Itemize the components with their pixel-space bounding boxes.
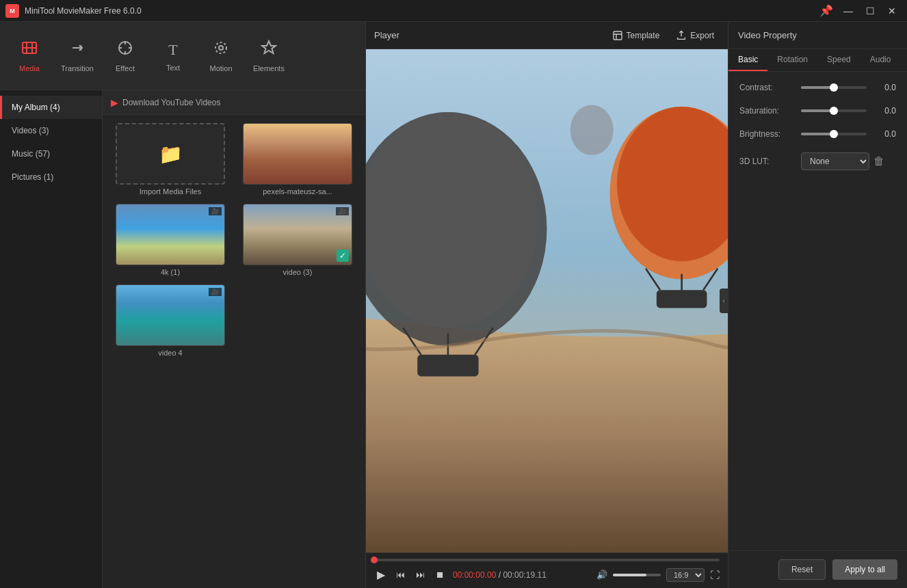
toolbar-effect[interactable]: Effect [101,29,149,83]
volume-area: 🔊 [594,568,661,581]
saturation-slider-fill [801,109,834,112]
svg-rect-11 [417,355,478,377]
stop-button[interactable]: ⏹ [433,568,447,581]
download-youtube-link[interactable]: Download YouTube Videos [122,98,220,107]
property-content: Contrast: 0.0 Saturation: 0 [728,72,907,550]
svg-rect-4 [614,31,622,40]
elements-label: Elements [253,64,285,72]
brightness-slider-area: 0.0 [801,129,896,139]
lut-row: 3D LUT: None 🗑 [739,152,896,170]
brightness-row: Brightness: 0.0 [739,129,896,139]
video-badge-v4: 🎥 [209,288,222,296]
toolbar-elements[interactable]: Elements [245,29,293,83]
elements-icon [261,40,277,60]
volume-button[interactable]: 🔊 [594,568,610,581]
sidebar-item-my-album[interactable]: My Album (4) [0,96,102,119]
next-frame-button[interactable]: ⏭ [413,568,428,581]
pexels-label: pexels-mateusz-sa... [263,187,332,196]
pin-icon[interactable]: 📌 [819,4,833,17]
video3-label: video (3) [283,268,313,276]
lut-select-area: None 🗑 [801,152,884,170]
sidebar-item-videos[interactable]: Videos (3) [0,119,102,142]
toolbar-motion[interactable]: Motion [197,29,245,83]
export-button[interactable]: Export [670,27,720,44]
check-badge-v3: ✓ [337,250,349,262]
time-current: 00:00:00.00 [453,570,496,580]
play-button[interactable]: ▶ [374,567,388,583]
player-header-actions: Template Export [607,27,720,44]
toolbar-transition[interactable]: Transition [53,29,101,83]
transition-icon [69,40,86,60]
left-panel: Media Transition Effect [0,22,366,588]
tab-audio[interactable]: Audio [860,49,901,71]
4k-label: 4k (1) [161,268,180,276]
maximize-button[interactable]: ☐ [860,4,880,18]
minimize-button[interactable]: — [839,4,858,18]
contrast-slider-thumb [830,83,838,92]
contrast-slider-area: 0.0 [801,83,896,92]
sidebar: My Album (4) Videos (3) Music (57) Pictu… [0,90,103,588]
saturation-label: Saturation: [739,106,801,116]
fullscreen-button[interactable]: ⛶ [710,570,720,580]
4k-thumb: 🎥 [116,204,225,265]
player-title: Player [374,30,399,40]
media-item-pexels[interactable]: pexels-mateusz-sa... [238,123,357,196]
brightness-slider-thumb [830,130,838,138]
lut-delete-button[interactable]: 🗑 [873,155,884,168]
svg-point-23 [570,105,614,155]
template-button[interactable]: Template [607,27,666,44]
effect-label: Effect [116,64,135,72]
property-header: Video Property [728,22,907,49]
media-label: Media [19,64,40,72]
apply-to-all-button[interactable]: Apply to all [832,559,897,580]
property-tabs: Basic Rotation Speed Audio [728,49,907,72]
effect-icon [117,40,133,60]
volume-fill [613,574,646,576]
app-icon: M [5,4,19,18]
saturation-slider[interactable] [801,109,867,112]
saturation-row: Saturation: 0.0 [739,106,896,116]
media-item-4k[interactable]: 🎥 4k (1) [111,204,230,276]
volume-slider[interactable] [613,574,661,576]
collapse-arrow[interactable]: ‹ [720,289,728,313]
import-media-item[interactable]: 📁 Import Media Files [111,123,230,196]
tab-rotation[interactable]: Rotation [767,49,817,71]
aspect-ratio-select[interactable]: 16:9 9:16 4:3 1:1 [666,568,705,582]
prev-frame-button[interactable]: ⏮ [393,568,408,581]
brightness-value: 0.0 [872,129,896,139]
toolbar-text[interactable]: T Text [149,29,197,83]
progress-bar[interactable] [374,559,720,561]
motion-label: Motion [209,64,232,72]
contrast-row: Contrast: 0.0 [739,83,896,92]
saturation-value: 0.0 [872,106,896,116]
media-item-video4[interactable]: 🎥 video 4 [111,284,230,357]
tab-basic[interactable]: Basic [728,49,767,71]
svg-point-2 [219,46,223,50]
controls-row: ▶ ⏮ ⏭ ⏹ 00:00:00.00 / 00:00:19.11 🔊 16:9 [374,567,720,583]
media-item-video3[interactable]: 🎥 ✓ video (3) [238,204,357,276]
sidebar-item-pictures[interactable]: Pictures (1) [0,165,102,189]
toolbar-media[interactable]: Media [5,29,53,83]
pexels-thumb [243,123,352,185]
player-panel: Player Template Export [366,22,728,588]
main-toolbar: Media Transition Effect [0,22,365,90]
transition-label: Transition [61,64,94,72]
contrast-slider-fill [801,86,834,89]
tab-speed[interactable]: Speed [817,49,860,71]
brightness-slider[interactable] [801,133,867,135]
youtube-icon: ▶ [111,97,118,108]
reset-button[interactable]: Reset [778,559,826,580]
import-thumb[interactable]: 📁 [116,123,225,185]
video-badge-4k: 🎥 [209,207,222,215]
video3-thumb: 🎥 ✓ [243,204,352,265]
svg-point-3 [215,42,226,53]
contrast-value: 0.0 [872,83,896,92]
contrast-slider[interactable] [801,86,867,89]
folder-icon: 📁 [159,143,183,165]
svg-point-7 [366,112,538,328]
right-panel: Video Property Basic Rotation Speed Audi… [728,22,907,588]
close-button[interactable]: ✕ [882,4,902,18]
sidebar-item-music[interactable]: Music (57) [0,142,102,165]
lut-select[interactable]: None [801,152,869,170]
scene-svg [366,49,728,552]
